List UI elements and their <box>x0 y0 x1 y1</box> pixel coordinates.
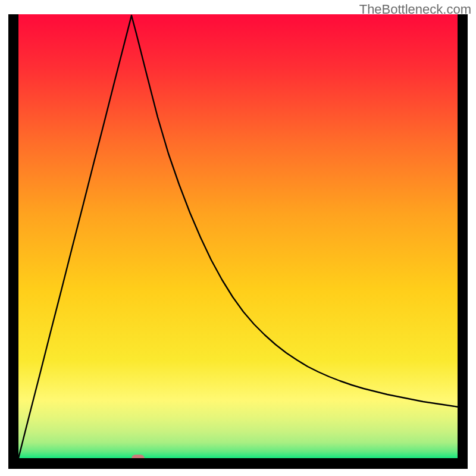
chart-container: TheBottleneck.com <box>0 0 476 476</box>
chart-svg <box>18 14 458 458</box>
chart-frame <box>8 14 468 469</box>
optimal-point-marker[interactable] <box>131 455 145 463</box>
gradient-background <box>18 14 458 458</box>
watermark-text: TheBottleneck.com <box>359 2 471 17</box>
